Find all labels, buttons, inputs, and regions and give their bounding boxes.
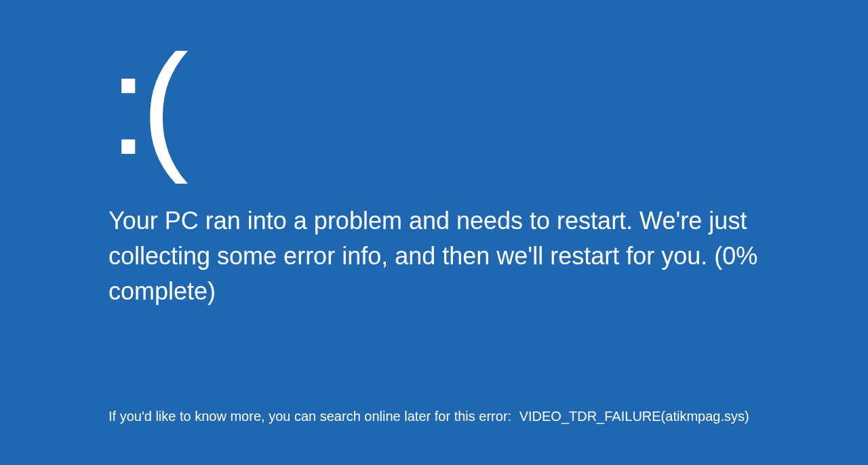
error-footer: If you'd like to know more, you can sear… — [108, 409, 749, 424]
sad-face-icon: :( — [108, 34, 800, 176]
footer-prefix: If you'd like to know more, you can sear… — [108, 409, 511, 424]
error-code: VIDEO_TDR_FAILURE(atikmpag.sys) — [519, 409, 749, 424]
error-message: Your PC ran into a problem and needs to … — [108, 203, 787, 310]
bsod-screen: :( Your PC ran into a problem and needs … — [0, 0, 868, 310]
